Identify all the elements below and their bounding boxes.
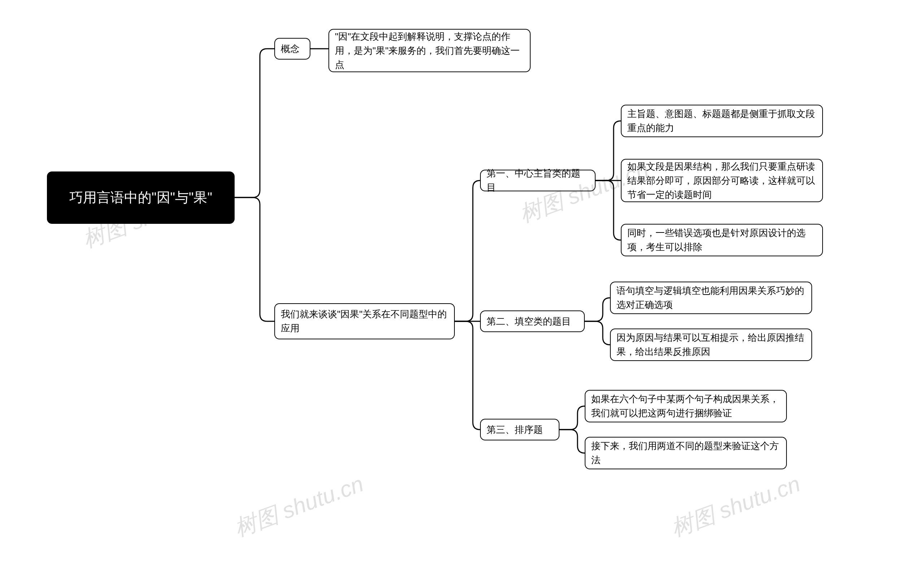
- node-sub2[interactable]: 第二、填空类的题目: [480, 310, 585, 332]
- node-concept-text: 概念: [281, 42, 300, 56]
- connector-lines: [0, 0, 924, 561]
- node-sub1-c3-text: 同时，一些错误选项也是针对原因设计的选项，考生可以排除: [627, 226, 816, 254]
- node-sub3-text: 第三、排序题: [486, 423, 543, 437]
- node-sub1-text: 第一、中心主旨类的题目: [486, 166, 589, 195]
- node-sub2-c1-text: 语句填空与逻辑填空也能利用因果关系巧妙的选对正确选项: [616, 284, 806, 312]
- node-sub2-text: 第二、填空类的题目: [486, 314, 571, 328]
- node-concept-child[interactable]: "因"在文段中起到解释说明，支撑论点的作用，是为"果"来服务的，我们首先要明确这…: [328, 29, 531, 72]
- node-sub3-c1-text: 如果在六个句子中某两个句子构成因果关系，我们就可以把这两句进行捆绑验证: [591, 392, 780, 420]
- mindmap-root[interactable]: 巧用言语中的"因"与"果": [47, 171, 235, 224]
- node-sub2-c2[interactable]: 因为原因与结果可以互相提示，给出原因推结果，给出结果反推原因: [610, 328, 812, 361]
- node-sub1-c2[interactable]: 如果文段是因果结构，那么我们只要重点研读结果部分即可，原因部分可略读，这样就可以…: [621, 159, 823, 202]
- node-sub1-c1[interactable]: 主旨题、意图题、标题题都是侧重于抓取文段重点的能力: [621, 105, 823, 137]
- node-concept-child-text: "因"在文段中起到解释说明，支撑论点的作用，是为"果"来服务的，我们首先要明确这…: [335, 30, 524, 72]
- node-sub1-c1-text: 主旨题、意图题、标题题都是侧重于抓取文段重点的能力: [627, 107, 816, 135]
- node-sub2-c2-text: 因为原因与结果可以互相提示，给出原因推结果，给出结果反推原因: [616, 331, 806, 359]
- node-sub2-c1[interactable]: 语句填空与逻辑填空也能利用因果关系巧妙的选对正确选项: [610, 282, 812, 314]
- node-applications[interactable]: 我们就来谈谈"因果"关系在不同题型中的应用: [274, 303, 455, 339]
- watermark: 树图 shutu.cn: [667, 469, 804, 543]
- node-sub1-c2-text: 如果文段是因果结构，那么我们只要重点研读结果部分即可，原因部分可略读，这样就可以…: [627, 160, 816, 202]
- node-sub1[interactable]: 第一、中心主旨类的题目: [480, 170, 596, 191]
- node-sub1-c3[interactable]: 同时，一些错误选项也是针对原因设计的选项，考生可以排除: [621, 224, 823, 256]
- mindmap-root-text: 巧用言语中的"因"与"果": [69, 188, 212, 208]
- node-sub3-c2[interactable]: 接下来，我们用两道不同的题型来验证这个方法: [585, 437, 787, 469]
- node-sub3-c2-text: 接下来，我们用两道不同的题型来验证这个方法: [591, 439, 780, 467]
- node-concept[interactable]: 概念: [274, 38, 310, 60]
- node-sub3[interactable]: 第三、排序题: [480, 419, 560, 440]
- node-sub3-c1[interactable]: 如果在六个句子中某两个句子构成因果关系，我们就可以把这两句进行捆绑验证: [585, 390, 787, 422]
- node-applications-text: 我们就来谈谈"因果"关系在不同题型中的应用: [281, 307, 448, 335]
- watermark: 树图 shutu.cn: [230, 469, 368, 543]
